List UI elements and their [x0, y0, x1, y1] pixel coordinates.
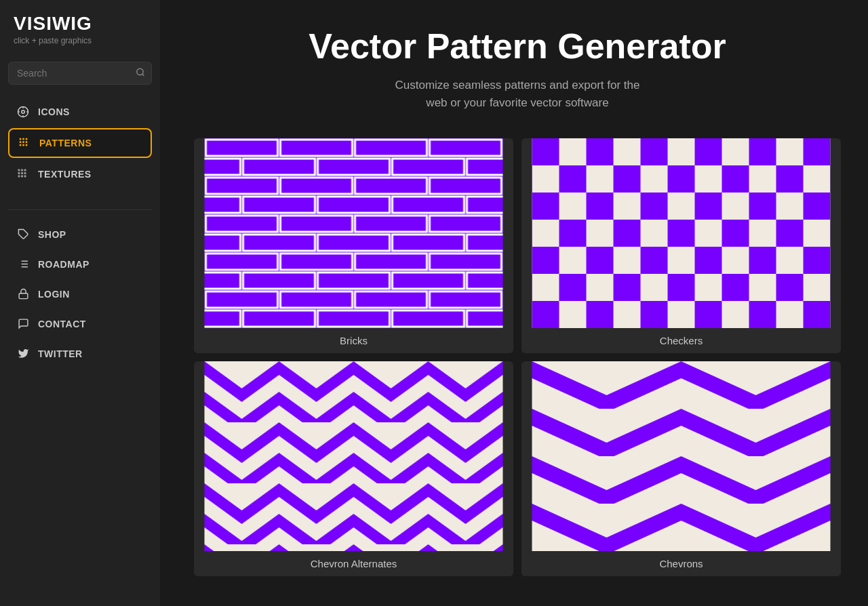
- svg-point-13: [26, 141, 28, 143]
- svg-rect-19: [24, 169, 26, 171]
- twitter-icon: [16, 347, 30, 361]
- svg-point-15: [22, 144, 24, 146]
- main-content: Vector Pattern Generator Customize seaml…: [160, 0, 868, 606]
- pattern-card-checkers[interactable]: Checkers: [521, 138, 841, 353]
- checkers-preview: [521, 138, 841, 328]
- sidebar-item-login-label: LOGIN: [38, 289, 70, 300]
- main-header: Vector Pattern Generator Customize seaml…: [194, 27, 841, 111]
- bricks-preview: [194, 138, 513, 328]
- svg-rect-38: [205, 138, 503, 328]
- sidebar-item-login[interactable]: LOGIN: [8, 281, 152, 308]
- svg-point-12: [22, 141, 24, 143]
- target-icon: [16, 105, 30, 119]
- chevrons-label: Chevrons: [521, 551, 841, 576]
- svg-rect-46: [205, 361, 503, 551]
- sidebar-item-roadmap[interactable]: ROADMAP: [8, 251, 152, 278]
- sidebar-item-textures[interactable]: TEXTURES: [8, 161, 152, 188]
- sidebar-item-shop-label: SHOP: [38, 229, 66, 240]
- search-container: [8, 62, 152, 85]
- svg-rect-25: [24, 175, 26, 177]
- bricks-label: Bricks: [194, 328, 513, 353]
- svg-rect-22: [24, 172, 26, 174]
- checkers-label: Checkers: [521, 328, 841, 353]
- chevrons-preview: [521, 361, 841, 551]
- svg-rect-23: [18, 175, 20, 177]
- svg-point-10: [26, 138, 28, 140]
- sidebar-item-twitter[interactable]: TWITTER: [8, 340, 152, 367]
- svg-point-11: [20, 141, 22, 143]
- pattern-grid: Bricks Checkers: [194, 138, 841, 576]
- chat-icon: [16, 317, 30, 331]
- search-input[interactable]: [8, 62, 152, 85]
- lock-icon: [16, 287, 30, 301]
- svg-rect-42: [532, 138, 831, 328]
- subtitle-line2: web or your favorite vector software: [426, 96, 608, 109]
- grid-dots-icon: [16, 167, 30, 181]
- pattern-card-chevrons[interactable]: Chevrons: [521, 361, 841, 576]
- subtitle-line1: Customize seamless patterns and export f…: [395, 79, 640, 92]
- page-title: Vector Pattern Generator: [194, 27, 841, 66]
- sidebar-item-contact[interactable]: CONTACT: [8, 310, 152, 338]
- primary-nav: ICONS PATTERNS: [8, 98, 152, 188]
- sidebar-item-shop[interactable]: SHOP: [8, 221, 152, 248]
- svg-rect-33: [19, 294, 28, 299]
- svg-point-16: [26, 144, 28, 146]
- svg-rect-50: [532, 361, 831, 551]
- svg-rect-20: [18, 172, 20, 174]
- sidebar-item-patterns-label: PATTERNS: [39, 138, 92, 148]
- logo-title: VISIWIG: [14, 14, 146, 35]
- svg-rect-24: [21, 175, 23, 177]
- logo-subtitle: click + paste graphics: [14, 36, 146, 45]
- sidebar-item-twitter-label: TWITTER: [38, 348, 83, 359]
- sidebar-item-roadmap-label: ROADMAP: [38, 259, 90, 270]
- sidebar-item-textures-label: TEXTURES: [38, 169, 92, 180]
- nav-divider: [8, 209, 152, 210]
- sidebar-item-icons[interactable]: ICONS: [8, 98, 152, 125]
- svg-rect-21: [21, 172, 23, 174]
- page-subtitle: Customize seamless patterns and export f…: [194, 77, 841, 111]
- chevron-alternates-label: Chevron Alternates: [194, 551, 513, 576]
- secondary-nav: SHOP ROADMAP LOGIN: [8, 221, 152, 367]
- tag-icon: [16, 228, 30, 241]
- sidebar-item-contact-label: CONTACT: [38, 319, 86, 329]
- logo-area: VISIWIG click + paste graphics: [8, 14, 152, 56]
- svg-point-3: [22, 110, 25, 114]
- sidebar-item-patterns[interactable]: PATTERNS: [8, 128, 152, 158]
- sidebar: VISIWIG click + paste graphics ICONS: [0, 0, 160, 606]
- pattern-card-bricks[interactable]: Bricks: [194, 138, 513, 353]
- svg-point-14: [20, 144, 22, 146]
- sidebar-item-icons-label: ICONS: [38, 106, 70, 117]
- dots-grid-icon: [18, 136, 31, 150]
- chevron-alternates-preview: [194, 361, 513, 551]
- pattern-card-chevron-alternates[interactable]: Chevron Alternates: [194, 361, 513, 576]
- svg-rect-17: [18, 169, 20, 171]
- svg-point-8: [20, 138, 22, 140]
- list-icon: [16, 258, 30, 271]
- svg-point-9: [22, 138, 24, 140]
- svg-rect-18: [21, 169, 23, 171]
